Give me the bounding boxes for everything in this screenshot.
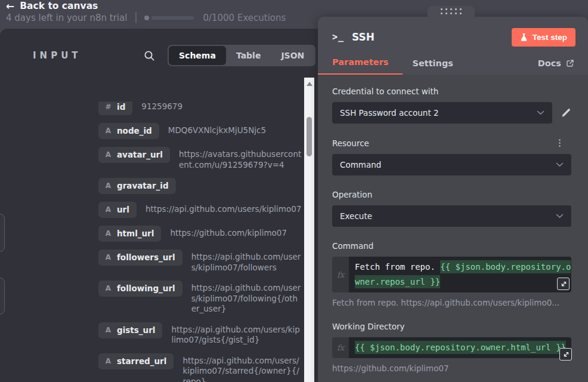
operation-select[interactable]: Execute [332,205,571,227]
field-name: gravatar_id [117,181,169,190]
tab-docs[interactable]: Docs [538,58,574,75]
field-type-icon: A [105,205,112,214]
scrollbar-up-arrow-icon[interactable] [307,82,312,86]
field-name: id [117,102,125,112]
field-value: https://github.com/kiplimo07 [170,226,302,239]
tab-parameters[interactable]: Parameters [318,57,403,75]
input-view-tabs: Schema Table JSON [168,45,315,66]
trial-status-row: 4 days left in your n8n trial 0/1000 Exe… [6,12,286,23]
field-value: https://api.github.com/users/kiplimo07/g… [171,322,302,346]
operation-label: Operation [332,190,571,199]
expand-arrow-icon [562,351,570,358]
schema-field-row: A node_id MDQ6VXNlcjkxMjU5Njc5 [98,123,302,139]
schema-field-pill[interactable]: # id [98,101,132,115]
field-value [185,178,302,180]
schema-field-pill[interactable]: A starred_url [98,353,174,369]
node-detail-panel: >_ SSH Test step Parameters Settings Doc… [318,17,588,382]
node-header: >_ SSH Test step Parameters Settings Doc… [318,17,588,75]
node-title: SSH [352,31,375,43]
schema-field-row: A avatar_url https://avatars.githubuserc… [98,147,302,170]
field-name: html_url [117,229,154,238]
field-type-icon: A [105,181,112,190]
back-label: Back to canvas [20,1,98,11]
options-kebab-icon[interactable] [558,138,562,148]
fx-icon: fx [332,337,349,358]
field-value: MDQ6VXNlcjkxMjU5Njc5 [168,123,302,136]
chevron-down-icon [556,162,564,167]
scrollbar-thumb[interactable] [307,117,312,156]
field-type-icon: A [105,253,112,261]
tab-schema[interactable]: Schema [169,46,226,65]
back-arrow-icon: ← [6,1,14,11]
search-button[interactable] [141,48,157,63]
tab-table[interactable]: Table [226,46,271,65]
field-type-icon: A [105,150,112,159]
field-type-icon: A [105,284,112,292]
working-directory-expression-editor: fx {{ $json.body.repository.owner.html_u… [332,337,571,358]
test-step-button[interactable]: Test step [512,28,575,47]
schema-field-pill[interactable]: A followers_url [98,249,182,266]
back-to-canvas-button[interactable]: ← Back to canvas [6,1,98,11]
fx-icon: fx [332,257,349,292]
field-type-icon: A [105,357,112,365]
field-type-icon: A [105,229,112,238]
field-name: node_id [117,126,152,135]
schema-field-row: A following_url https://api.github.com/u… [98,281,302,315]
field-value: https://api.github.com/users/kiplimo07/s… [182,353,302,382]
divider [135,12,137,23]
field-type-icon: A [105,326,112,334]
drag-dots-icon [441,8,462,14]
field-name: followers_url [117,252,175,262]
chevron-down-icon [537,110,544,115]
schema-field-pill[interactable]: A avatar_url [98,147,170,163]
field-name: url [117,205,129,214]
expand-expression-button[interactable] [559,348,572,361]
schema-field-row: A html_url https://github.com/kiplimo07 [98,226,302,242]
resource-label: Resource [332,138,571,148]
credential-select[interactable]: SSH Password account 2 [332,102,552,124]
working-directory-label: Working Directory [332,322,571,331]
left-edge-handle-bottom[interactable] [0,278,5,315]
field-value: https://api.github.com/users/kiplimo07 [146,202,302,215]
progress-knob [144,16,149,20]
schema-field-row: A followers_url https://api.github.com/u… [98,249,302,273]
edit-credential-icon[interactable] [561,107,571,118]
command-label: Command [332,241,571,251]
executions-count: 0/1000 Executions [203,13,286,23]
search-icon [143,50,156,62]
field-value: https://avatars.githubusercontent.com/u/… [179,147,302,170]
flask-icon [520,33,528,41]
schema-field-pill[interactable]: A gists_url [98,322,162,338]
schema-field-pill[interactable]: A html_url [98,226,161,242]
tab-json[interactable]: JSON [271,46,314,65]
field-name: following_url [117,284,175,293]
schema-field-pill[interactable]: A following_url [98,281,182,297]
schema-scrollbar[interactable] [304,78,314,382]
left-edge-handle-top[interactable] [0,214,5,252]
schema-field-row: A url https://api.github.com/users/kipli… [98,202,302,218]
field-value: 91259679 [141,101,302,112]
field-type-icon: A [105,127,112,135]
field-name: gists_url [117,325,155,335]
field-name: starred_url [117,356,166,366]
expand-expression-button[interactable] [557,278,570,290]
command-expression-editor: fx Fetch from repo. {{ $json.body.reposi… [332,257,571,292]
resource-select[interactable]: Command [332,154,571,175]
schema-field-row: A starred_url https://api.github.com/use… [98,353,302,382]
panel-drag-handle[interactable] [428,6,475,17]
schema-field-row: # id 91259679 [98,101,302,115]
command-expression-input[interactable]: Fetch from repo. {{ $json.body.repositor… [349,257,571,292]
schema-field-pill[interactable]: A gravatar_id [98,178,176,194]
field-type-icon: # [105,103,112,111]
expand-arrow-icon [560,281,567,288]
field-name: avatar_url [117,150,163,159]
schema-field-row: A gists_url https://api.github.com/users… [98,322,302,346]
field-value: https://api.github.com/users/kiplimo07/f… [191,249,302,273]
chevron-down-icon [556,214,564,218]
command-result-preview: Fetch from repo. https://api.github.com/… [332,298,571,307]
tab-settings[interactable]: Settings [403,58,462,75]
schema-field-pill[interactable]: A node_id [98,123,159,139]
working-directory-input[interactable]: {{ $json.body.repository.owner.html_url … [349,337,571,358]
input-panel-title: INPUT [33,50,82,61]
schema-field-pill[interactable]: A url [98,202,137,218]
